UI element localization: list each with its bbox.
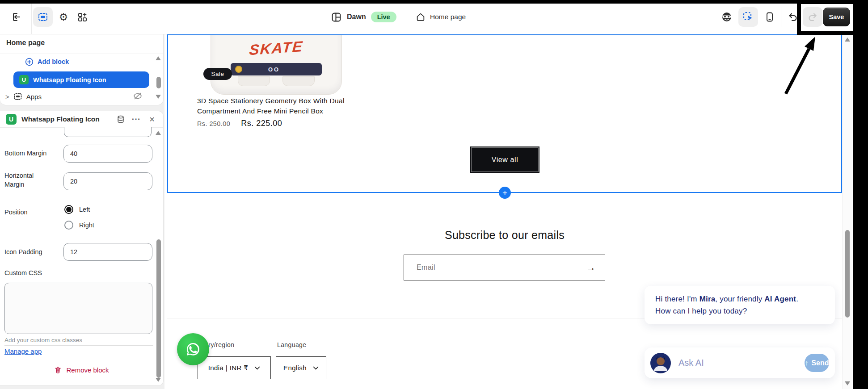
position-left-label: Left	[79, 206, 90, 213]
add-section-button[interactable]: +	[499, 187, 511, 199]
newsletter-heading: Subscribe to our emails	[167, 229, 842, 242]
gear-icon: ⚙	[59, 12, 68, 22]
exit-editor-button[interactable]	[6, 7, 26, 27]
mobile-view-button[interactable]	[760, 7, 780, 27]
ask-ai-input[interactable]	[678, 357, 798, 368]
page-selector[interactable]: Home page	[416, 8, 466, 26]
divider	[0, 54, 163, 54]
product-image[interactable]: SKATE OO	[211, 34, 342, 95]
eye-hidden-icon[interactable]	[133, 91, 143, 101]
undo-icon	[788, 12, 798, 22]
redo-icon	[807, 12, 818, 22]
scrollbar-thumb[interactable]	[156, 77, 161, 88]
mobile-phone-icon	[765, 12, 775, 22]
send-button[interactable]: ↑ Send	[805, 354, 829, 372]
block-settings-panel: U Whatsapp Floating Icon ··· ×	[0, 111, 164, 386]
scroll-up-arrow[interactable]	[845, 38, 850, 42]
apps-label: Apps	[26, 93, 42, 100]
exit-icon	[11, 12, 21, 22]
country-selector[interactable]: India | INR ₹	[198, 356, 271, 379]
product-image-brand-text: SKATE	[211, 35, 342, 61]
bottom-margin-input[interactable]	[63, 145, 152, 163]
language-value: English	[283, 364, 307, 372]
icon-padding-input[interactable]	[63, 243, 152, 261]
add-block-label: Add block	[38, 58, 69, 65]
country-value: India | INR ₹	[208, 364, 249, 372]
more-dots-icon: ···	[132, 115, 141, 124]
dynamic-source-button[interactable]	[115, 114, 126, 125]
arrow-up-icon: ↑	[805, 359, 808, 367]
plus-circle-icon	[25, 58, 34, 66]
ai-chat-greeting-bubble: Hi there! I'm Mira, your friendly AI Age…	[645, 286, 835, 324]
chat-text: How can I help you today?	[655, 307, 747, 315]
whatsapp-floating-button[interactable]	[177, 333, 209, 365]
scroll-down-arrow[interactable]	[156, 378, 161, 382]
custom-css-label: Custom CSS	[4, 268, 42, 277]
view-all-button[interactable]: View all	[470, 146, 539, 173]
home-icon	[416, 12, 426, 22]
custom-css-textarea[interactable]	[4, 283, 152, 334]
theme-selector[interactable]: Dawn Live	[331, 8, 396, 26]
position-radio-left[interactable]	[64, 205, 73, 214]
more-options-button[interactable]: ···	[131, 114, 142, 125]
live-badge: Live	[371, 12, 396, 22]
app-embeds-button[interactable]	[72, 7, 92, 27]
scroll-up-arrow[interactable]	[156, 56, 161, 60]
chat-text: Hi there! I'm	[655, 295, 699, 303]
add-block-button[interactable]: Add block	[25, 55, 69, 68]
toolbar-divider	[781, 7, 781, 27]
manage-app-link[interactable]: Manage app	[4, 347, 42, 355]
theme-editor-screen: ⚙ Dawn Live	[0, 0, 868, 389]
image-decoration	[235, 66, 242, 73]
scroll-down-arrow[interactable]	[156, 95, 161, 99]
inspect-select-tool-button[interactable]	[738, 7, 758, 27]
product-image-panel-text: OO	[268, 66, 280, 73]
chat-text-bold: AI Agent	[764, 295, 796, 303]
product-image-panel: OO	[231, 63, 322, 75]
chat-text-bold: Mira	[699, 295, 716, 303]
select-cursor-icon	[742, 11, 754, 23]
apps-grid-plus-icon	[77, 12, 88, 22]
block-label: Whatsapp Floating Icon	[33, 76, 106, 84]
email-input[interactable]	[404, 263, 577, 272]
whatsapp-app-icon: U	[19, 75, 29, 84]
close-panel-button[interactable]: ×	[147, 114, 157, 125]
block-settings-title: Whatsapp Floating Icon	[21, 115, 100, 123]
agent-avatar	[650, 353, 671, 373]
sidebar-item-whatsapp-floating-icon[interactable]: U Whatsapp Floating Icon	[13, 71, 149, 88]
language-label: Language	[277, 341, 307, 348]
language-selector[interactable]: English	[276, 356, 326, 379]
scroll-down-arrow[interactable]	[845, 381, 850, 385]
redo-button[interactable]	[803, 7, 822, 27]
horizontal-margin-input[interactable]	[63, 172, 152, 190]
sale-badge: Sale	[203, 68, 232, 80]
scroll-up-arrow[interactable]	[156, 131, 161, 135]
price-row: Rs. 250.00 Rs. 225.00	[197, 119, 282, 128]
incognito-face-icon	[721, 11, 733, 23]
preview-scrollbar[interactable]	[842, 34, 852, 389]
theme-settings-button[interactable]: ⚙	[54, 7, 73, 27]
scrollbar-thumb[interactable]	[845, 230, 850, 318]
preview-inspector-button[interactable]	[717, 7, 737, 27]
image-decoration	[238, 76, 270, 86]
arrow-right-icon: →	[586, 262, 596, 272]
remove-block-button[interactable]: Remove block	[0, 366, 163, 374]
top-bar: ⚙ Dawn Live	[0, 0, 868, 34]
close-icon: ×	[149, 114, 155, 125]
save-button[interactable]: Save	[823, 8, 850, 26]
position-radio-right[interactable]	[64, 221, 73, 230]
product-title-link[interactable]: 3D Space Stationery Geometry Box With Du…	[197, 96, 354, 116]
divider	[4, 345, 153, 346]
undo-button[interactable]	[783, 7, 803, 27]
send-label: Send	[811, 359, 829, 367]
custom-css-help-text: Add your custom css classes	[4, 337, 82, 343]
page-selector-label: Home page	[430, 13, 466, 21]
scrollbar-thumb[interactable]	[156, 239, 161, 378]
sidebar-item-apps[interactable]: > Apps	[5, 91, 42, 102]
newsletter-submit-button[interactable]: →	[577, 262, 605, 273]
scrolled-input-field[interactable]	[64, 127, 152, 137]
apps-section-icon	[13, 92, 22, 101]
old-price: Rs. 250.00	[197, 120, 230, 127]
sections-tab-button[interactable]	[33, 7, 53, 27]
chat-text: , your friendly	[715, 295, 764, 303]
